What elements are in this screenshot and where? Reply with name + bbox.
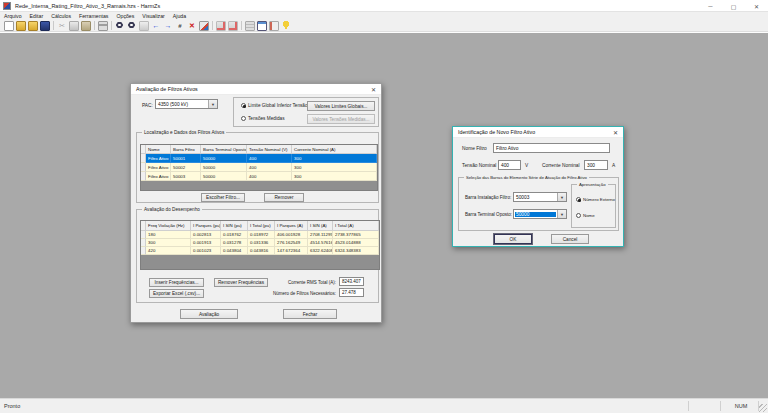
delete-plot-icon[interactable]: ✕ bbox=[187, 21, 197, 31]
table-cell[interactable]: 0.043816 bbox=[248, 247, 275, 255]
col-header-iparques-pu[interactable]: I Parques (pu) bbox=[191, 221, 221, 231]
table-cell[interactable]: 420 bbox=[146, 247, 191, 255]
pac-combobox[interactable]: 4350 (500 kV) ▼ bbox=[155, 99, 218, 109]
table-cell[interactable]: 0.018972 bbox=[248, 231, 275, 239]
back-arrow-icon[interactable]: ← bbox=[151, 21, 161, 31]
table-cell[interactable]: 300 bbox=[292, 163, 377, 172]
menu-editar[interactable]: Editar bbox=[26, 12, 48, 20]
table-cell[interactable]: 0.001913 bbox=[191, 239, 221, 247]
table-cell[interactable]: Filtro Ativo bbox=[146, 163, 171, 172]
new-document-icon[interactable] bbox=[4, 21, 14, 31]
table-cell[interactable]: 50002 bbox=[171, 163, 201, 172]
escolher-filtro-button[interactable]: Escolher Filtro... bbox=[201, 193, 245, 202]
table-cell[interactable]: 0.002813 bbox=[191, 231, 221, 239]
col-header-freq[interactable]: Freq Violação (Hz) bbox=[146, 221, 191, 231]
close-button[interactable]: ✕ bbox=[745, 0, 768, 12]
chevron-down-icon[interactable]: ▼ bbox=[208, 100, 217, 108]
table-cell[interactable]: 400 bbox=[247, 163, 292, 172]
menu-ajuda[interactable]: Ajuda bbox=[169, 12, 190, 20]
table-cell[interactable]: 0.031336 bbox=[248, 239, 275, 247]
table-cell[interactable]: 0.043804 bbox=[221, 247, 248, 255]
table-row-selected-cell[interactable]: 50001 bbox=[171, 154, 201, 163]
corrente-nominal-input[interactable]: 300 bbox=[584, 160, 608, 170]
nome-filtro-input[interactable]: Filtro Ativo bbox=[493, 143, 610, 153]
fechar-button[interactable]: Fechar bbox=[283, 309, 337, 319]
resize-grip[interactable] bbox=[759, 404, 767, 412]
table-cell[interactable]: 50003 bbox=[171, 172, 201, 181]
chevron-down-icon[interactable]: ▼ bbox=[557, 210, 566, 218]
barra-terminal-combobox[interactable]: 50000 ▼ bbox=[513, 209, 567, 219]
col-header-barra-filtro[interactable]: Barra Filtro bbox=[171, 145, 201, 154]
radio-limite-global[interactable]: Limite Global Inferior Tensão bbox=[241, 103, 308, 108]
table-cell[interactable]: 50000 bbox=[201, 163, 247, 172]
table-cell[interactable]: Filtro Ativo bbox=[146, 172, 171, 181]
inserir-frequencias-button[interactable]: Inserir Frequências... bbox=[149, 278, 204, 287]
radio-nome[interactable]: Nome bbox=[576, 213, 595, 218]
radio-numero-externo[interactable]: Número Externo bbox=[576, 197, 615, 202]
table-cell[interactable]: 6322.624086 bbox=[308, 247, 333, 255]
table-cell[interactable]: 300 bbox=[146, 239, 191, 247]
table-row-selected-cell[interactable]: 300 bbox=[292, 154, 377, 163]
menu-ferramentas[interactable]: Ferramentas bbox=[75, 12, 112, 20]
exportar-excel-button[interactable]: Exportar Excel (.csv)... bbox=[149, 289, 204, 298]
avaliacao-button[interactable]: Avaliação bbox=[180, 309, 238, 319]
forward-arrow-icon[interactable]: → bbox=[163, 21, 173, 31]
table-row-selected-cell[interactable]: 50000 bbox=[201, 154, 247, 163]
remover-frequencias-button[interactable]: Remover Frequências bbox=[214, 278, 268, 287]
menu-calculos[interactable]: Cálculos bbox=[47, 12, 75, 20]
table-cell[interactable]: 300 bbox=[292, 172, 377, 181]
ok-button[interactable]: OK bbox=[494, 234, 532, 244]
table-cell[interactable]: 276.162549 bbox=[275, 239, 308, 247]
col-header-corrente[interactable]: Corrente Nominal (A) bbox=[292, 145, 377, 154]
table-cell[interactable]: 0.001023 bbox=[191, 247, 221, 255]
grid-view-icon[interactable]: # bbox=[175, 21, 185, 31]
valores-limites-globais-button[interactable]: Valores Limites Globais... bbox=[307, 101, 375, 111]
close-icon[interactable]: ✕ bbox=[366, 84, 381, 95]
import-case-icon[interactable] bbox=[28, 21, 38, 31]
minimize-button[interactable]: ─ bbox=[699, 0, 722, 12]
table-cell[interactable]: 400 bbox=[247, 172, 292, 181]
table-cell[interactable]: 180 bbox=[146, 231, 191, 239]
menu-arquivo[interactable]: Arquivo bbox=[0, 12, 26, 20]
table-row-selected-cell[interactable]: 400 bbox=[247, 154, 292, 163]
col-header-itotal-a[interactable]: I Total (A) bbox=[333, 221, 379, 231]
report-card-icon[interactable] bbox=[269, 21, 279, 31]
close-icon[interactable]: ✕ bbox=[608, 127, 623, 138]
table-cell[interactable]: 6324.348383 bbox=[333, 247, 379, 255]
table-row-selected-cell[interactable]: Filtro Ativo bbox=[146, 154, 171, 163]
table-cell[interactable]: 0.031278 bbox=[221, 239, 248, 247]
tensao-nominal-input[interactable]: 400 bbox=[498, 160, 521, 170]
menu-opcoes[interactable]: Opções bbox=[112, 12, 138, 20]
col-header-nome[interactable]: Nome bbox=[146, 145, 171, 154]
table-cell[interactable]: 50000 bbox=[201, 172, 247, 181]
col-header-barra-terminal[interactable]: Barra Terminal Oposto bbox=[201, 145, 247, 154]
cancel-button[interactable]: Cancel bbox=[551, 234, 589, 244]
remover-button[interactable]: Remover bbox=[264, 193, 304, 202]
table-cell[interactable]: 0.018762 bbox=[221, 231, 248, 239]
dialog-titlebar: Avaliação de Filtros Ativos ✕ bbox=[131, 84, 381, 95]
zoom-in-icon[interactable] bbox=[115, 21, 125, 31]
chevron-down-icon[interactable]: ▼ bbox=[557, 193, 566, 201]
col-header-tensao[interactable]: Tensão Nominal (V) bbox=[247, 145, 292, 154]
menu-visualizar[interactable]: Visualizar bbox=[138, 12, 168, 20]
open-file-icon[interactable] bbox=[16, 21, 26, 31]
save-file-icon[interactable] bbox=[40, 21, 50, 31]
plot-chart-icon[interactable] bbox=[199, 21, 209, 31]
results-table-icon[interactable] bbox=[257, 21, 267, 31]
table-cell[interactable]: 147.672364 bbox=[275, 247, 308, 255]
zoom-out-icon[interactable] bbox=[127, 21, 137, 31]
table-cell[interactable]: 406.001928 bbox=[275, 231, 308, 239]
col-header-isin-a[interactable]: I SIN (A) bbox=[308, 221, 333, 231]
table-cell[interactable]: 4514.576162 bbox=[308, 239, 333, 247]
col-header-itotal-pu[interactable]: I Total (pu) bbox=[248, 221, 275, 231]
table-cell[interactable]: 4523.014888 bbox=[333, 239, 379, 247]
table-cell[interactable]: 2708.112953 bbox=[308, 231, 333, 239]
radio-tensoes-medidas[interactable]: Tensões Medidas bbox=[241, 116, 284, 121]
col-header-isin-pu[interactable]: I SIN (pu) bbox=[221, 221, 248, 231]
barra-instalacao-combobox[interactable]: 50003 ▼ bbox=[513, 192, 567, 202]
col-header-iparques-a[interactable]: I Parques (A) bbox=[275, 221, 308, 231]
maximize-button[interactable]: ▢ bbox=[722, 0, 745, 12]
table-cell[interactable]: 2738.377865 bbox=[333, 231, 379, 239]
options-key-icon[interactable] bbox=[281, 21, 291, 31]
print-icon[interactable] bbox=[98, 21, 108, 31]
